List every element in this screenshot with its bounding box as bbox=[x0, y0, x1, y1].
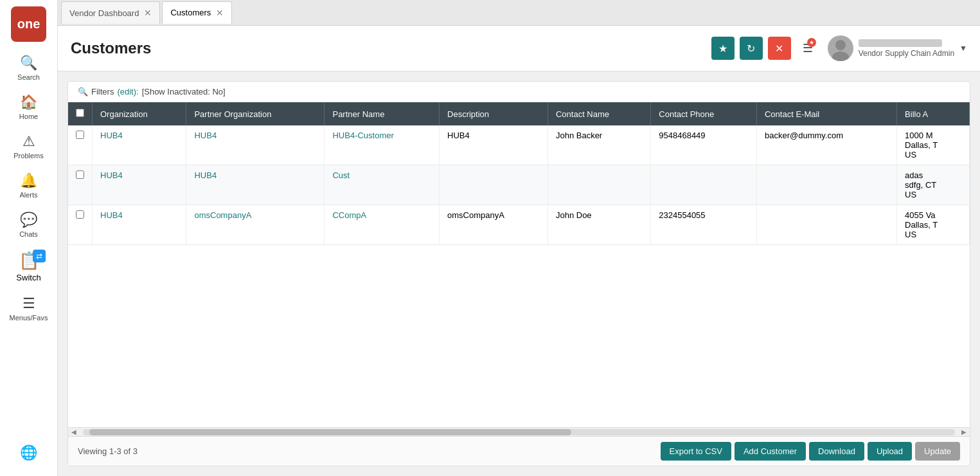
row-checkbox[interactable] bbox=[76, 210, 84, 219]
col-organization: Organization bbox=[93, 102, 186, 125]
app-logo[interactable]: one bbox=[11, 6, 46, 42]
page-header: Customers ★ ↻ ✕ ☰ ★ bbox=[58, 26, 980, 71]
user-dropdown-arrow[interactable]: ▼ bbox=[959, 44, 967, 53]
sidebar-item-search[interactable]: 🔍 Search bbox=[0, 48, 57, 87]
cell-description: omsCompanyA bbox=[440, 205, 548, 245]
select-all-header bbox=[68, 102, 93, 125]
cell-partner-organization[interactable]: HUB4 bbox=[186, 165, 325, 205]
filter-icon: 🔍 bbox=[78, 87, 88, 96]
menu-button[interactable]: ☰ ★ bbox=[803, 41, 813, 55]
col-partner-name: Partner Name bbox=[325, 102, 440, 125]
row-checkbox-cell bbox=[68, 165, 93, 205]
tab-label: Vendor Dashboard bbox=[69, 8, 139, 18]
cell-contact-email bbox=[756, 165, 896, 205]
avatar bbox=[828, 35, 853, 61]
svg-point-1 bbox=[832, 51, 849, 61]
table-footer: Viewing 1-3 of 3 Export to CSV Add Custo… bbox=[68, 436, 970, 466]
cell-organization[interactable]: HUB4 bbox=[93, 205, 186, 245]
select-all-checkbox[interactable] bbox=[76, 109, 84, 117]
user-name-blurred bbox=[859, 39, 942, 47]
table-scroll[interactable]: Organization Partner Organization Partne… bbox=[68, 102, 970, 427]
sidebar-item-switch[interactable]: ⇄ 📋 Switch bbox=[0, 244, 57, 289]
sidebar-item-label: Chats bbox=[19, 230, 38, 238]
scroll-left-arrow[interactable]: ◀ bbox=[68, 428, 80, 435]
download-button[interactable]: Download bbox=[809, 442, 864, 461]
cell-organization[interactable]: HUB4 bbox=[93, 125, 186, 165]
row-checkbox-cell bbox=[68, 205, 93, 245]
sidebar-item-label: Search bbox=[17, 73, 40, 81]
bell-icon: 🔔 bbox=[20, 172, 37, 189]
cell-contact-name: John Backer bbox=[548, 125, 650, 165]
cell-billo: 1000 M Dallas, T US bbox=[897, 125, 970, 165]
globe-icon: 🌐 bbox=[20, 444, 37, 461]
table-row: HUB4 omsCompanyA CCompA omsCompanyA John… bbox=[68, 205, 970, 245]
show-inactivated-label: [Show Inactivated: No] bbox=[142, 87, 226, 96]
refresh-button[interactable]: ↻ bbox=[740, 37, 763, 60]
tab-close-customers[interactable]: ✕ bbox=[216, 8, 224, 18]
sidebar-item-settings[interactable]: 🌐 bbox=[17, 438, 40, 470]
row-checkbox-cell bbox=[68, 125, 93, 165]
cell-partner-name[interactable]: Cust bbox=[325, 165, 440, 205]
filters-edit-link[interactable]: (edit): bbox=[117, 87, 138, 96]
cell-contact-name: John Doe bbox=[548, 205, 650, 245]
col-contact-email: Contact E-Mail bbox=[756, 102, 896, 125]
cell-contact-name bbox=[548, 165, 650, 205]
user-section: Vendor Supply Chain Admin ▼ bbox=[828, 35, 967, 61]
cell-partner-name[interactable]: CCompA bbox=[325, 205, 440, 245]
cell-partner-organization[interactable]: omsCompanyA bbox=[186, 205, 325, 245]
menus-icon: ☰ bbox=[22, 295, 35, 312]
sidebar-item-label: Menus/Favs bbox=[10, 314, 48, 322]
page-content: 🔍 Filters (edit): [Show Inactivated: No]… bbox=[58, 71, 980, 476]
viewing-text: Viewing 1-3 of 3 bbox=[78, 446, 138, 456]
warning-icon: ⚠ bbox=[22, 133, 35, 150]
col-contact-phone: Contact Phone bbox=[651, 102, 757, 125]
cell-partner-organization[interactable]: HUB4 bbox=[186, 125, 325, 165]
sidebar-item-home[interactable]: 🏠 Home bbox=[0, 87, 57, 127]
close-button[interactable]: ✕ bbox=[768, 37, 791, 60]
cell-contact-email bbox=[756, 205, 896, 245]
cell-organization[interactable]: HUB4 bbox=[93, 165, 186, 205]
notification-badge: ★ bbox=[807, 38, 816, 47]
tab-close-vendor-dashboard[interactable]: ✕ bbox=[144, 8, 152, 18]
close-icon: ✕ bbox=[775, 42, 783, 55]
search-icon: 🔍 bbox=[20, 55, 37, 71]
cell-contact-phone: 2324554055 bbox=[651, 205, 757, 245]
switch-badge: ⇄ bbox=[33, 250, 46, 262]
col-contact-name: Contact Name bbox=[548, 102, 650, 125]
upload-button[interactable]: Upload bbox=[868, 442, 912, 461]
user-role: Vendor Supply Chain Admin bbox=[859, 49, 954, 58]
sidebar-item-menus[interactable]: ☰ Menus/Favs bbox=[0, 289, 57, 328]
sidebar-item-label: Home bbox=[19, 113, 38, 120]
scrollbar-track bbox=[83, 429, 955, 435]
col-partner-organization: Partner Organization bbox=[186, 102, 325, 125]
sidebar-item-alerts[interactable]: 🔔 Alerts bbox=[0, 166, 57, 205]
cell-partner-name[interactable]: HUB4-Customer bbox=[325, 125, 440, 165]
col-description: Description bbox=[440, 102, 548, 125]
tab-bar: Vendor Dashboard ✕ Customers ✕ bbox=[58, 0, 980, 26]
col-billo: Billo A bbox=[897, 102, 970, 125]
sidebar-item-problems[interactable]: ⚠ Problems bbox=[0, 127, 57, 166]
tab-customers[interactable]: Customers ✕ bbox=[162, 1, 232, 24]
cell-billo: 4055 Va Dallas, T US bbox=[897, 205, 970, 245]
table-container: 🔍 Filters (edit): [Show Inactivated: No]… bbox=[67, 81, 970, 466]
filters-label: Filters bbox=[91, 87, 114, 96]
add-customer-button[interactable]: Add Customer bbox=[735, 442, 806, 461]
table-header-row: Organization Partner Organization Partne… bbox=[68, 102, 970, 125]
cell-contact-email: backer@dummy.com bbox=[756, 125, 896, 165]
filters-bar: 🔍 Filters (edit): [Show Inactivated: No] bbox=[68, 82, 970, 102]
star-button[interactable]: ★ bbox=[711, 37, 735, 60]
sidebar-item-chats[interactable]: 💬 Chats bbox=[0, 205, 57, 244]
cell-description: HUB4 bbox=[440, 125, 548, 165]
tab-label: Customers bbox=[170, 8, 211, 17]
scroll-right-arrow[interactable]: ▶ bbox=[958, 428, 970, 435]
update-button[interactable]: Update bbox=[915, 442, 960, 461]
horizontal-scrollbar[interactable]: ◀ ▶ bbox=[68, 427, 970, 436]
customers-table: Organization Partner Organization Partne… bbox=[68, 102, 970, 245]
refresh-icon: ↻ bbox=[747, 42, 755, 55]
row-checkbox[interactable] bbox=[76, 131, 84, 139]
scrollbar-thumb[interactable] bbox=[89, 429, 571, 435]
tab-vendor-dashboard[interactable]: Vendor Dashboard ✕ bbox=[61, 1, 160, 24]
footer-buttons: Export to CSV Add Customer Download Uplo… bbox=[661, 442, 960, 461]
export-csv-button[interactable]: Export to CSV bbox=[661, 442, 731, 461]
row-checkbox[interactable] bbox=[76, 170, 84, 179]
